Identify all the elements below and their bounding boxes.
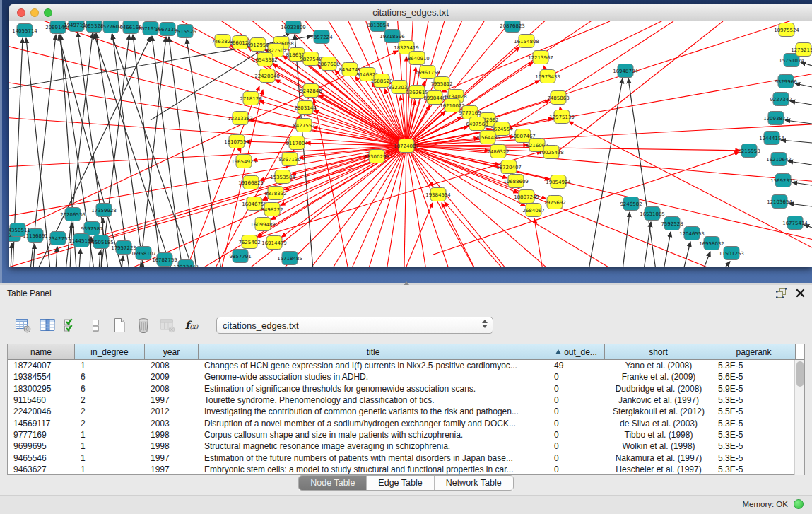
graph-node[interactable]: 9857791 [229,250,251,263]
graph-node[interactable]: 19384554 [425,188,451,201]
svg-text:12103654: 12103654 [767,199,792,205]
graph-node[interactable]: 8427552 [293,119,314,132]
graph-node[interactable]: 16033809 [281,21,306,34]
svg-text:19854924: 19854924 [546,180,571,185]
column-header-name[interactable]: name [8,344,75,359]
column-header-in_degree[interactable]: in_degree [75,344,145,359]
graph-node[interactable]: 16914479 [261,236,287,250]
cell-short: de Silva et al. (2003) [605,419,712,428]
table-row[interactable]: 969969511998Structural magnetic resonanc… [8,440,804,452]
graph-node[interactable]: 16210643 [766,153,792,166]
select-rows-icon[interactable] [61,315,82,335]
graph-node[interactable]: 7955812 [430,77,452,90]
graph-node[interactable]: 7485063 [547,91,569,105]
table-row[interactable]: 1938455462009Genome-wide association stu… [8,371,804,382]
graph-node[interactable]: 9329966 [775,75,797,88]
graph-node[interactable]: 2684067 [522,204,544,217]
network-canvas[interactable]: 1405571420691406194971141065328715276029… [9,21,812,267]
graph-node[interactable]: 8878332 [264,187,286,200]
graph-node[interactable]: 18107554 [224,135,249,148]
table-row[interactable]: 911546021997Tourette syndrome. Phenomeno… [8,395,804,406]
table-settings-icon[interactable] [13,315,34,335]
table-row[interactable]: 2242004622012Investigating the contribut… [8,406,804,417]
graph-node[interactable]: 9227342 [770,93,792,106]
graph-node[interactable]: 10688609 [503,175,529,188]
tab-node-table[interactable]: Node Table [299,476,367,490]
graph-node[interactable]: 2867608 [317,57,339,71]
graph-node[interactable]: 9117004 [286,136,308,150]
graph-node[interactable]: 9246502 [620,197,642,211]
column-header-title[interactable]: title [199,344,548,359]
graph-node[interactable]: 9242848 [300,84,322,98]
import-table-icon[interactable] [157,315,178,335]
graph-node[interactable]: 12342757 [45,232,71,245]
graph-node[interactable]: 17359928 [91,204,117,217]
graph-node[interactable]: 12975139 [549,110,575,124]
show-column-icon[interactable] [37,315,58,335]
graph-node[interactable]: 7486322 [487,145,509,158]
column-header-out_degree[interactable]: out_de... [548,344,605,359]
close-panel-icon[interactable] [796,288,805,298]
network-window-titlebar[interactable]: citations_edges.txt [9,4,812,21]
graph-node[interactable]: 7515526 [174,25,196,38]
row-height-icon[interactable] [85,315,106,335]
table-row[interactable]: 1872400712008Changes of HCN gene express… [8,360,804,371]
graph-node[interactable]: 16775414 [782,216,808,230]
graph-node[interactable]: 9397587 [81,222,102,235]
table-row[interactable]: 1456911722003Disruption of a novel membe… [8,417,804,428]
graph-node[interactable]: 2803144 [294,101,317,115]
graph-node[interactable]: 15353584 [270,170,295,184]
graph-node[interactable]: 20206536 [60,208,86,221]
graph-node[interactable]: 14055714 [12,24,37,37]
column-header-short[interactable]: short [605,344,712,359]
cell-out_degree: 49 [548,361,605,370]
svg-text:10975524: 10975524 [774,28,799,33]
graph-node[interactable]: 20876823 [500,21,525,33]
graph-node[interactable]: 8267130 [278,153,300,166]
graph-node[interactable]: 15692371 [770,174,796,187]
graph-node[interactable]: 16948784 [613,64,638,78]
graph-node[interactable]: 7857224 [310,30,333,44]
graph-node[interactable]: 11501253 [719,247,744,260]
network-window[interactable]: citations_edges.txt 14055714206914061949… [9,4,812,267]
graph-node[interactable]: 6497568 [466,117,488,131]
table-select-dropdown[interactable]: citations_edges.txt [216,317,493,334]
graph-node[interactable]: 16958032 [699,237,724,250]
graph-node[interactable]: 19654925 [231,155,257,168]
citation-graph[interactable]: 1405571420691406194971141065328715276029… [9,21,812,267]
graph-node[interactable]: 19166825 [238,176,264,189]
table-row[interactable]: 1830029562008Estimation of significance … [8,383,804,395]
graph-node[interactable]: 1527602 [100,21,122,33]
new-table-icon[interactable] [109,315,130,335]
graph-node[interactable]: 8215953 [738,144,760,158]
table-row[interactable]: 946554611997Estimation of the future num… [8,452,804,463]
scrollbar-thumb[interactable] [796,361,804,387]
graph-node[interactable]: 12213383 [228,112,253,125]
graph-node[interactable]: 2718126 [240,92,262,105]
column-header-year[interactable]: year [145,344,199,359]
graph-node[interactable]: 7592528 [661,217,683,230]
graph-node[interactable]: 7463822 [211,35,233,48]
graph-node[interactable]: 12103654 [767,195,792,209]
table-row[interactable]: 977716911998Corpus callosum shape and si… [8,429,804,440]
svg-text:15718485: 15718485 [277,256,302,262]
table-row[interactable]: 946362711997Embryonic stem cells: a mode… [8,464,804,475]
column-header-pagerank[interactable]: pagerank [712,344,796,359]
graph-node[interactable]: 19854924 [546,175,571,189]
graph-node[interactable]: 16531085 [640,207,665,221]
graph-node[interactable]: 12046553 [679,227,705,240]
delete-table-icon[interactable] [133,315,154,335]
graph-node[interactable]: 12213967 [528,51,553,64]
tab-edge-table[interactable]: Edge Table [367,476,434,490]
table-vertical-scrollbar[interactable] [794,360,804,475]
graph-node[interactable]: 7975692 [543,196,565,209]
graph-node[interactable]: 7625402 [238,235,260,249]
float-panel-icon[interactable] [776,288,787,298]
graph-node[interactable]: 9498222 [261,203,283,216]
function-builder-icon[interactable]: f(x) [181,315,202,335]
graph-node[interactable]: 12444154 [759,132,784,145]
tab-network-table[interactable]: Network Table [435,476,513,490]
graph-node[interactable]: 18807249 [514,190,539,204]
graph-node[interactable]: 12093872 [763,112,789,125]
graph-node[interactable]: 13505185 [88,235,114,249]
